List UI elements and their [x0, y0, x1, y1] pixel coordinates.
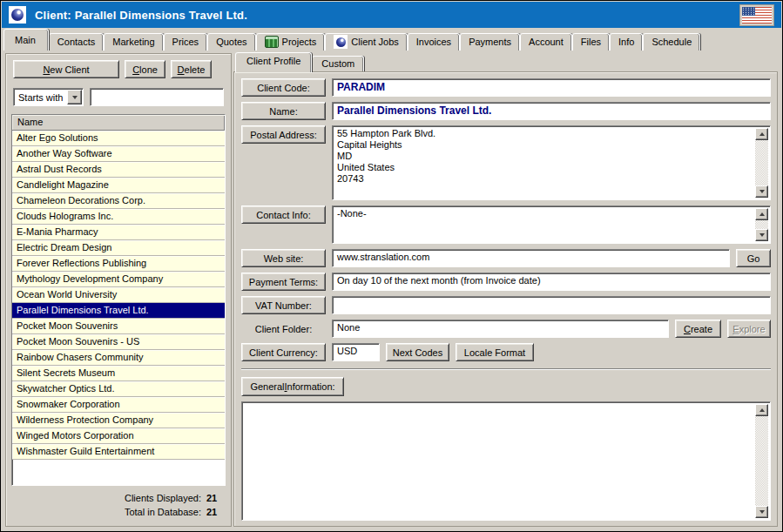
list-item[interactable]: Another Way Software — [12, 146, 225, 162]
tab-quotes[interactable]: Quotes — [207, 33, 255, 51]
tab-label: Info — [618, 37, 634, 47]
list-item[interactable]: Rainbow Chasers Community — [12, 350, 225, 366]
list-item[interactable]: Forever Reflections Publishing — [12, 256, 225, 272]
payment-terms-button[interactable]: Payment Terms: — [241, 273, 326, 291]
create-folder-button[interactable]: Create — [675, 320, 721, 338]
total-in-database-label: Total in Database: — [125, 507, 201, 517]
client-code-button[interactable]: Client Code: — [241, 78, 326, 97]
list-item[interactable]: Skywatcher Optics Ltd. — [12, 381, 225, 397]
us-flag-icon[interactable] — [739, 4, 774, 26]
tab-client-jobs[interactable]: Client Jobs — [325, 33, 407, 51]
list-item[interactable]: Winged Motors Corporation — [12, 428, 225, 444]
name-field[interactable]: Parallel Dimensions Travel Ltd. — [332, 102, 771, 120]
client-currency-field[interactable]: USD — [332, 343, 380, 361]
tab-prices[interactable]: Prices — [164, 33, 208, 51]
contact-info-field[interactable]: -None- — [332, 205, 771, 244]
list-item[interactable]: Pocket Moon Souvenirs - US — [12, 334, 225, 350]
chevron-down-icon[interactable] — [67, 90, 82, 104]
list-item[interactable]: Pocket Moon Souvenirs — [12, 319, 225, 334]
client-list: Name Alter Ego SolutionsAnother Way Soft… — [11, 114, 226, 486]
list-item[interactable]: Chameleon Decorations Corp. — [12, 193, 225, 209]
list-item[interactable]: Wilderness Protection Company — [12, 413, 225, 428]
tab-label: Quotes — [216, 37, 246, 47]
scroll-up-icon[interactable] — [755, 404, 768, 416]
filter-mode-value: Starts with — [18, 92, 63, 103]
list-item[interactable]: Parallel Dimensions Travel Ltd. — [12, 303, 225, 319]
scroll-up-icon[interactable] — [755, 208, 768, 220]
list-item[interactable]: Astral Dust Records — [12, 162, 225, 178]
client-profile-panel: Client ProfileCustom Client Code: PARADI… — [233, 51, 778, 527]
tab-label: Client Jobs — [351, 37, 398, 47]
scroll-track[interactable] — [755, 416, 768, 506]
tab-marketing[interactable]: Marketing — [104, 33, 163, 51]
tab-projects[interactable]: Projects — [256, 33, 326, 51]
profile-tab-bar: Client ProfileCustom — [233, 51, 778, 72]
total-in-database-line: Total in Database:21 — [11, 505, 222, 519]
scroll-track[interactable] — [755, 220, 768, 229]
tab-files[interactable]: Files — [572, 33, 610, 51]
tab-label: Prices — [172, 37, 199, 47]
tab-main[interactable]: Main — [3, 29, 49, 51]
name-button[interactable]: Name: — [241, 102, 326, 120]
list-item[interactable]: Candlelight Magazine — [12, 178, 225, 193]
tab-label: Contacts — [57, 37, 95, 47]
tab-schedule[interactable]: Schedule — [643, 33, 700, 51]
delete-button[interactable]: Delete — [171, 60, 212, 78]
postal-address-field[interactable]: 55 Hampton Park Blvd. Capital Heights MD… — [332, 125, 771, 200]
tab-account[interactable]: Account — [520, 33, 572, 51]
list-item[interactable]: Electric Dream Design — [12, 240, 225, 256]
profile-tab-custom[interactable]: Custom — [312, 56, 364, 72]
list-item[interactable]: Mythology Development Company — [12, 272, 225, 287]
list-item[interactable]: Wishmaster Guild Entertainment — [12, 444, 225, 460]
status-area: Clients Displayed:21 Total in Database:2… — [11, 491, 222, 521]
general-information-field[interactable] — [241, 401, 771, 521]
clone-button[interactable]: Clone — [125, 60, 165, 78]
go-button[interactable]: Go — [736, 249, 771, 267]
tab-info[interactable]: Info — [610, 33, 643, 51]
tab-label: Files — [581, 37, 601, 47]
contact-info-text: -None- — [337, 208, 753, 219]
contact-info-button[interactable]: Contact Info: — [241, 205, 326, 224]
section-divider — [241, 368, 771, 370]
list-item[interactable]: Clouds Holograms Inc. — [12, 209, 225, 225]
tab-contacts[interactable]: Contacts — [49, 33, 104, 51]
list-item[interactable]: Ocean World University — [12, 287, 225, 303]
column-header-name[interactable]: Name — [12, 115, 225, 131]
clients-displayed-label: Clients Displayed: — [125, 493, 201, 503]
list-item[interactable]: Snowmaker Corporation — [12, 397, 225, 413]
postal-address-button[interactable]: Postal Address: — [241, 125, 326, 144]
profile-page: Client Code: PARADIM Name: Parallel Dime… — [233, 71, 778, 527]
client-list-rows: Alter Ego SolutionsAnother Way SoftwareA… — [12, 131, 225, 460]
web-site-field[interactable]: www.stranslation.com — [332, 249, 730, 267]
payment-terms-field[interactable]: On day 10 of the next month (from Invoic… — [332, 273, 771, 291]
tab-payments[interactable]: Payments — [460, 33, 520, 51]
client-currency-button[interactable]: Client Currency: — [241, 343, 326, 361]
client-folder-label: Client Folder: — [241, 320, 326, 338]
general-information-scrollbar[interactable] — [755, 404, 768, 518]
vat-number-button[interactable]: VAT Number: — [241, 296, 326, 314]
vat-number-field[interactable] — [332, 296, 771, 314]
contact-info-scrollbar[interactable] — [755, 208, 768, 241]
filter-query-input[interactable] — [90, 88, 224, 106]
locale-format-button[interactable]: Locale Format — [456, 343, 534, 361]
postal-address-scrollbar[interactable] — [755, 128, 768, 198]
list-item[interactable]: Silent Secrets Museum — [12, 366, 225, 381]
profile-tab-client-profile[interactable]: Client Profile — [235, 52, 312, 72]
general-information-button[interactable]: General Information: — [241, 377, 344, 396]
new-client-button[interactable]: New Client — [13, 60, 119, 78]
scroll-down-icon[interactable] — [755, 185, 768, 198]
general-information-text — [242, 402, 770, 406]
web-site-button[interactable]: Web site: — [241, 249, 326, 267]
list-item[interactable]: Alter Ego Solutions — [12, 131, 225, 146]
window-title: Client: Parallel Dimensions Travel Ltd. — [35, 9, 731, 22]
scroll-track[interactable] — [755, 140, 768, 185]
list-item[interactable]: E-Mania Pharmacy — [12, 225, 225, 240]
tab-invoices[interactable]: Invoices — [408, 33, 460, 51]
client-code-field[interactable]: PARADIM — [332, 78, 771, 97]
next-codes-button[interactable]: Next Codes — [386, 343, 449, 361]
scroll-down-icon[interactable] — [755, 506, 768, 518]
client-folder-field[interactable]: None — [332, 320, 669, 338]
filter-mode-select[interactable]: Starts with — [13, 88, 84, 106]
scroll-up-icon[interactable] — [755, 128, 768, 140]
scroll-down-icon[interactable] — [755, 229, 768, 241]
